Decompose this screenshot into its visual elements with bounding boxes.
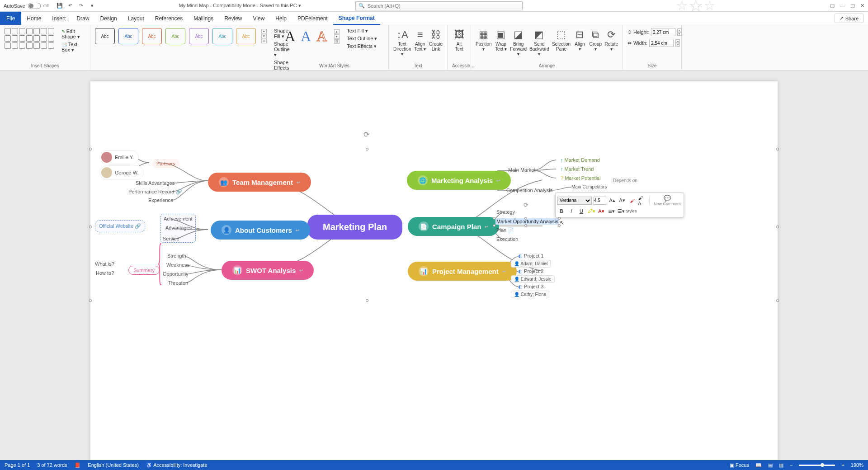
wordart-1[interactable]: A — [285, 28, 295, 45]
sel-handle[interactable] — [366, 148, 368, 150]
sel-handle[interactable] — [89, 148, 92, 150]
node-threaten[interactable]: Threaten — [168, 280, 188, 286]
view-web-icon[interactable]: ▥ — [779, 462, 783, 468]
sel-handle[interactable] — [524, 224, 527, 227]
status-lang[interactable]: English (United States) — [88, 462, 139, 468]
canvas-area[interactable]: ⟳ Marketing Plan 👥 Team Management ↩ Par… — [0, 70, 868, 461]
height-spinner[interactable]: ▴▾ — [677, 28, 682, 36]
node-p3-people[interactable]: 👤 Cathy; Fiona — [511, 291, 549, 298]
width-spinner[interactable]: ▴▾ — [675, 39, 680, 47]
node-competitors[interactable]: Main Competitors — [569, 183, 609, 190]
undo-icon[interactable]: ↶ — [67, 2, 74, 9]
node-partners[interactable]: Partners — [152, 159, 180, 168]
shape-rotate-handle-icon[interactable]: ⟳ — [524, 202, 528, 208]
node-project-1[interactable]: Project 1 — [518, 253, 543, 259]
maximize-icon[interactable]: ▢ — [850, 3, 855, 9]
node-opportunity[interactable]: Opportunity — [163, 271, 189, 277]
shrink-font-icon[interactable]: A▾ — [618, 197, 626, 205]
new-comment-button[interactable]: 💬 New Comment — [653, 195, 682, 206]
style-swatch-5[interactable]: Abc — [212, 28, 232, 44]
node-about[interactable]: 👤 About Customers ↩ — [211, 221, 310, 240]
bullets-icon[interactable]: ≣▾ — [607, 207, 615, 215]
search-input[interactable] — [368, 3, 519, 9]
node-campaign[interactable]: 📄 Campaign Plan ↩ — [408, 217, 499, 236]
zoom-out-icon[interactable]: − — [790, 462, 793, 468]
wrap-text-button[interactable]: ▣Wrap Text ▾ — [495, 28, 508, 52]
autosave-toggle[interactable] — [28, 3, 41, 9]
group-button[interactable]: ⧉Group ▾ — [589, 28, 602, 52]
rotate-button[interactable]: ⟳Rotate ▾ — [605, 28, 618, 52]
text-fill-button[interactable]: Text Fill ▾ — [347, 28, 377, 34]
sel-handle[interactable] — [89, 226, 92, 228]
node-strength[interactable]: Strength — [167, 253, 186, 258]
status-accessibility[interactable]: ♿ Accessibility: Investigate — [146, 462, 208, 468]
style-swatch-4[interactable]: Abc — [189, 28, 209, 44]
sel-handle[interactable] — [89, 299, 92, 302]
tab-design[interactable]: Design — [94, 12, 122, 25]
node-strategy[interactable]: Strategy — [496, 209, 515, 215]
sel-handle[interactable] — [776, 299, 779, 302]
highlight-icon[interactable]: 🖍▾ — [587, 207, 595, 215]
view-read-icon[interactable]: 📖 — [755, 462, 762, 468]
node-demand[interactable]: ↑ Market Demand — [558, 156, 603, 164]
zoom-slider[interactable] — [799, 465, 835, 466]
styles-button[interactable]: Styles — [627, 207, 635, 215]
bring-forward-button[interactable]: ◪Bring Forward ▾ — [510, 28, 527, 56]
sel-handle[interactable] — [776, 226, 779, 228]
numbering-icon[interactable]: ☰▾ — [617, 207, 625, 215]
node-emilie[interactable]: Emilie Y. — [99, 150, 139, 164]
ribbon-display-icon[interactable]: ▢ — [830, 3, 835, 9]
alt-text-button[interactable]: 🖼Alt Text — [452, 28, 466, 52]
align-button[interactable]: ⊟Align ▾ — [573, 28, 586, 52]
selection-pane-button[interactable]: ⬚Selection Pane — [552, 28, 571, 52]
node-project-2[interactable]: Project 2 — [518, 268, 543, 274]
style-swatch-0[interactable]: Abc — [95, 28, 115, 44]
position-button[interactable]: ▦Position ▾ — [476, 28, 492, 52]
node-depends[interactable]: Depends on — [610, 177, 640, 184]
sel-handle[interactable] — [366, 299, 368, 302]
page[interactable]: ⟳ Marketing Plan 👥 Team Management ↩ Par… — [90, 81, 778, 461]
shapes-gallery[interactable] — [5, 28, 54, 49]
node-service[interactable]: Service — [163, 236, 179, 241]
send-backward-button[interactable]: ◩Send Backward ▾ — [529, 28, 549, 56]
height-input[interactable] — [651, 28, 675, 36]
node-exp[interactable]: Experience — [148, 197, 173, 203]
node-whatis[interactable]: What is? — [95, 261, 114, 267]
node-perf[interactable]: Performance Record 🔗 — [128, 189, 182, 195]
node-achievement[interactable]: Achievement — [164, 216, 193, 221]
wa-expand[interactable]: ▴▾⊟ — [334, 29, 340, 44]
font-select[interactable]: Verdana — [557, 197, 592, 205]
search-box[interactable]: 🔍 — [355, 1, 523, 10]
clear-format-icon[interactable]: 🖌 — [628, 197, 636, 205]
status-page[interactable]: Page 1 of 1 — [5, 462, 30, 468]
node-main-market[interactable]: Main Market — [508, 167, 536, 173]
tab-references[interactable]: References — [150, 12, 188, 25]
node-howto[interactable]: How to? — [96, 270, 114, 276]
mini-toolbar[interactable]: Verdana A▴ A▾ 🖌 🖌A 💬 New Comment B I U 🖍… — [555, 193, 684, 217]
node-plan[interactable]: Plan 📄 — [496, 227, 514, 233]
wordart-gallery[interactable]: A A A ▴▾⊟ — [285, 28, 340, 45]
status-words[interactable]: 3 of 72 words — [37, 462, 67, 468]
text-outline-button[interactable]: Text Outline ▾ — [347, 36, 377, 42]
node-advantages[interactable]: Advantages — [165, 225, 192, 230]
tab-view[interactable]: View — [248, 12, 270, 25]
close-icon[interactable]: ✕ — [860, 3, 864, 9]
node-competition[interactable]: Competition Analysis — [506, 188, 552, 193]
node-p2-people[interactable]: 👤 Edward; Jessie — [511, 275, 555, 283]
wordart-3[interactable]: A — [316, 28, 327, 45]
wordart-2[interactable]: A — [301, 28, 311, 45]
tab-layout[interactable]: Layout — [123, 12, 150, 25]
tab-home[interactable]: Home — [21, 12, 47, 25]
node-central[interactable]: Marketing Plan — [307, 215, 402, 240]
tab-pdfelement[interactable]: PDFelement — [292, 12, 333, 25]
style-swatch-1[interactable]: Abc — [118, 28, 138, 44]
minimize-icon[interactable]: — — [840, 3, 845, 9]
bold-icon[interactable]: B — [557, 207, 566, 215]
tab-mailings[interactable]: Mailings — [188, 12, 219, 25]
grow-font-icon[interactable]: A▴ — [608, 197, 616, 205]
font-size-input[interactable] — [594, 197, 606, 205]
align-text-button[interactable]: ≡Align Text ▾ — [414, 28, 426, 52]
style-swatch-2[interactable]: Abc — [142, 28, 162, 44]
rotate-handle-icon[interactable]: ⟳ — [363, 130, 369, 139]
node-potential[interactable]: ? Market Potential — [558, 174, 604, 182]
